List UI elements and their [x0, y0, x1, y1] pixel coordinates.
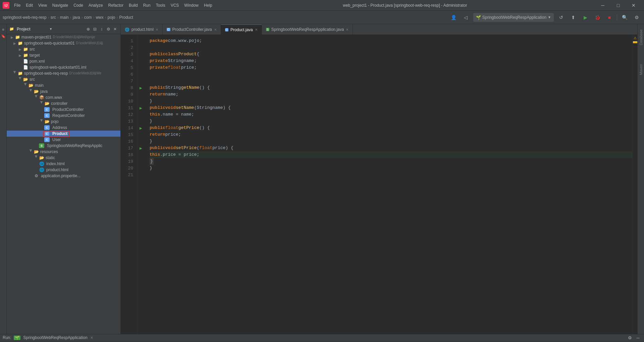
tree-item-src1[interactable]: ▶ 📁 src: [7, 46, 120, 52]
menu-view[interactable]: View: [36, 2, 50, 9]
line-num-7: 7: [121, 78, 137, 84]
breadcrumb-pojo[interactable]: pojo: [108, 15, 115, 20]
menu-run[interactable]: Run: [141, 2, 153, 9]
gutter-method-run-11[interactable]: ▶: [138, 105, 144, 111]
tree-item-target[interactable]: ▶ 📁 target: [7, 52, 120, 58]
tree-item-req-resp[interactable]: ▶ 📁 springboot-web-req-resp D:\code\Web\…: [7, 70, 120, 76]
line-num-9: 9: [121, 91, 137, 98]
gutter-method-run-8[interactable]: ▶: [138, 84, 144, 91]
tree-item-product[interactable]: C Product: [7, 131, 120, 137]
menu-tools[interactable]: Tools: [153, 2, 168, 9]
tree-item-iml[interactable]: 📄 springboot-web-quickstart01.iml: [7, 64, 120, 70]
run-panel-header: Run: 🌱 SpringbootWebReqRespApplication ✕…: [0, 334, 644, 341]
menu-refactor[interactable]: Refactor: [106, 2, 126, 9]
run-panel-settings-icon[interactable]: ⚙: [627, 334, 633, 341]
run-configuration[interactable]: 🌱 SpringbootWebReqRespApplication ▼: [473, 13, 554, 22]
search-button[interactable]: 🔍: [620, 13, 629, 22]
tree-item-quickstart01[interactable]: ▶ 📁 springboot-web-quickstart01 D:\code\…: [7, 40, 120, 46]
svg-text:IJ: IJ: [4, 3, 7, 7]
menu-file[interactable]: File: [11, 2, 23, 9]
menu-vcs[interactable]: VCS: [168, 2, 182, 9]
dropdown-arrow-icon[interactable]: ▼: [49, 27, 53, 31]
database-label[interactable]: Database: [638, 27, 644, 48]
bookmark-icon[interactable]: 🔖: [1, 33, 6, 39]
structure-icon[interactable]: ≡: [1, 27, 6, 32]
menu-window[interactable]: Window: [181, 2, 201, 9]
tree-item-main[interactable]: ▶ 📂 main: [7, 82, 120, 88]
settings-panel-icon[interactable]: ⚙: [106, 26, 111, 32]
tab-springboot-app[interactable]: S SpringbootWebReqRespApplication.java ✕: [262, 24, 353, 35]
tree-item-user[interactable]: C User: [7, 137, 120, 143]
close-button[interactable]: ✕: [626, 0, 641, 11]
tab-close-icon[interactable]: ✕: [346, 28, 348, 31]
tree-item-request-controller[interactable]: C RequestController: [7, 113, 120, 119]
separator: [617, 14, 617, 21]
java-class-icon: C: [44, 125, 50, 130]
tree-item-application-props[interactable]: ⚙ application.propertie...: [7, 173, 120, 179]
tree-item-comwwx[interactable]: ▶ 📦 com.wwx: [7, 94, 120, 100]
tab-product-java[interactable]: C Product.java ✕: [221, 24, 262, 35]
minimize-button[interactable]: ─: [595, 0, 610, 11]
project-folder-icon: 📁: [15, 35, 20, 40]
tree-item-java[interactable]: ▶ 📂 java: [7, 88, 120, 94]
line-num-11: 11: [121, 105, 137, 111]
tree-item-springbootapp[interactable]: S SpringbootWebReqRespApplic: [7, 143, 120, 149]
locate-icon[interactable]: ⊕: [86, 26, 91, 32]
code-line-7: [150, 78, 633, 84]
menu-help[interactable]: Help: [201, 2, 215, 9]
gutter-method-run-14[interactable]: ▶: [138, 125, 144, 131]
refresh-icon[interactable]: ↺: [556, 13, 566, 22]
tab-close-icon[interactable]: ✕: [156, 28, 158, 31]
tree-item-address[interactable]: C Address: [7, 125, 120, 131]
tree-item-product-html[interactable]: 🌐 product.html: [7, 167, 120, 173]
tree-item-pojo[interactable]: ▶ 📂 pojo: [7, 119, 120, 125]
update-icon[interactable]: ⬆: [569, 13, 578, 22]
settings-button[interactable]: ⚙: [632, 13, 641, 22]
code-line-2: [150, 44, 633, 51]
tree-item-pom[interactable]: 📄 pom.xml: [7, 58, 120, 64]
gutter-method-run-17[interactable]: ▶: [138, 145, 144, 151]
menu-build[interactable]: Build: [126, 2, 141, 9]
right-sidebar: Database Maven: [637, 24, 644, 334]
breadcrumb-product[interactable]: Product: [119, 15, 133, 20]
collapse-icon[interactable]: ⊟: [92, 26, 98, 32]
tab-close-icon[interactable]: ✕: [255, 28, 258, 31]
tree-item-controller[interactable]: ▶ 📂 controller: [7, 100, 120, 107]
code-content[interactable]: package com.wxw.pojo; public class Produ…: [144, 35, 633, 334]
stop-button[interactable]: ■: [605, 13, 614, 22]
menu-analyze[interactable]: Analyze: [86, 2, 106, 9]
breadcrumb-com[interactable]: com: [84, 15, 92, 20]
menu-navigate[interactable]: Navigate: [50, 2, 71, 9]
menu-edit[interactable]: Edit: [23, 2, 36, 9]
tree-item-maven-project01[interactable]: ▶ 📁 maven-project01 D:\code\Web\后端Web\pr…: [7, 34, 120, 40]
tab-product-html-label: product.html: [131, 27, 154, 32]
breadcrumb-java[interactable]: java: [73, 15, 80, 20]
title-bar: IJ File Edit View Navigate Code Analyze …: [0, 0, 644, 11]
breadcrumb-src[interactable]: src: [51, 15, 56, 20]
breadcrumb-main[interactable]: main: [60, 15, 69, 20]
sort-icon[interactable]: ↕: [99, 26, 104, 32]
tab-product-controller[interactable]: C ProductController.java ✕: [163, 24, 221, 35]
menu-code[interactable]: Code: [71, 2, 86, 9]
back-icon[interactable]: ◁: [461, 13, 471, 22]
tree-item-static[interactable]: ▶ 📂 static: [7, 155, 120, 161]
tab-springboot-app-label: SpringbootWebReqRespApplication.java: [271, 27, 344, 32]
tree-item-product-controller[interactable]: C ProductController: [7, 107, 120, 113]
tree-item-resources[interactable]: ▶ 📂 resources: [7, 149, 120, 155]
run-panel-minimize-icon[interactable]: ─: [635, 334, 641, 341]
breadcrumb-wwx[interactable]: wwx: [96, 15, 103, 20]
maximize-button[interactable]: □: [610, 0, 626, 11]
close-panel-icon[interactable]: ✕: [112, 26, 118, 32]
run-tab-close-icon[interactable]: ✕: [90, 336, 93, 340]
code-line-17: public void setPrice(float price) {: [150, 145, 633, 151]
tab-close-icon[interactable]: ✕: [214, 28, 217, 31]
tree-item-src2[interactable]: ▶ 📂 src: [7, 76, 120, 82]
person-icon[interactable]: 👤: [449, 13, 459, 22]
maven-label[interactable]: Maven: [638, 61, 644, 78]
tree-item-index-html[interactable]: 🌐 index.html: [7, 161, 120, 167]
breadcrumb-project[interactable]: springboot-web-req-resp: [3, 15, 47, 20]
expand-arrow-icon: ▶: [12, 42, 17, 45]
run-button[interactable]: ▶: [581, 13, 590, 22]
debug-button[interactable]: 🐞: [593, 13, 602, 22]
tab-product-html[interactable]: 🌐 product.html ✕: [121, 24, 163, 35]
